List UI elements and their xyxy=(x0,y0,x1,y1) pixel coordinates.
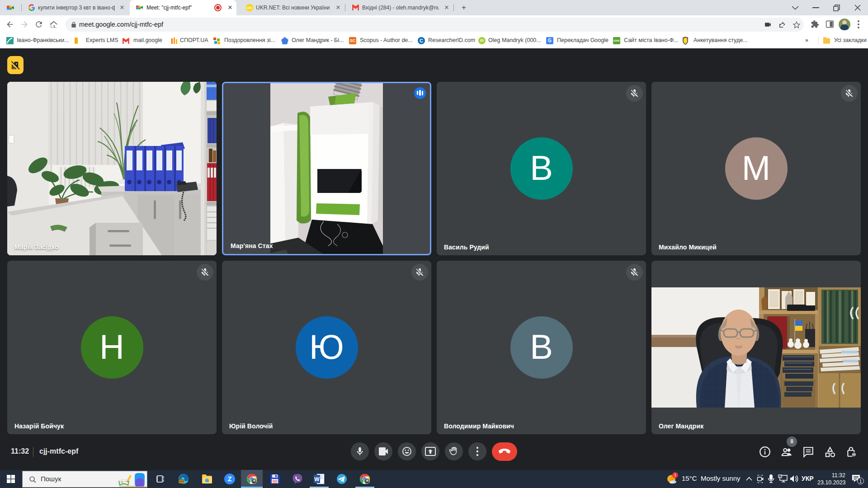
svg-text:W: W xyxy=(314,476,320,483)
